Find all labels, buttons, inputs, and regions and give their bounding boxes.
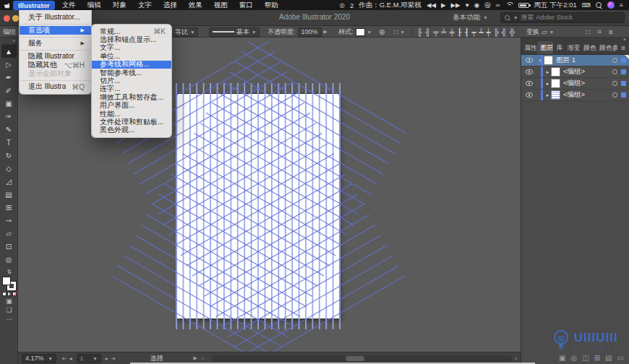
panel-menu-icon[interactable]: ≡ xyxy=(617,44,629,54)
screen-mode-button[interactable]: ❏ xyxy=(6,306,12,314)
pencil-tool[interactable]: ✎ xyxy=(1,123,17,136)
align-icon-0[interactable]: ╟ xyxy=(417,28,422,36)
layer-row-3[interactable]: ▸<编组> xyxy=(521,90,629,101)
layer-name[interactable]: 图层 1 xyxy=(556,56,612,65)
artboard-tool[interactable]: ⊡ xyxy=(1,240,17,253)
tab-图层[interactable]: 图层 xyxy=(537,41,553,54)
app-status-icon[interactable]: ◎ xyxy=(340,2,345,9)
layer-row-0[interactable]: ▾图层 1 xyxy=(521,55,629,66)
zoom-level-dropdown[interactable]: 4.17%▼ xyxy=(22,354,56,363)
scale-tool[interactable]: ◿ xyxy=(1,175,17,188)
app-menu-item-0[interactable]: 关于 Illustrator... xyxy=(20,13,91,22)
transform-button[interactable]: 变换▱▼ xyxy=(526,26,554,38)
tab-颜色参[interactable]: 颜色参 xyxy=(596,41,617,54)
make-mask-icon[interactable]: ◫ xyxy=(582,354,589,362)
prefs-item-12[interactable]: 黑色外观... xyxy=(92,126,171,134)
menu-bar-item-2[interactable]: 对象 xyxy=(107,0,132,11)
shaper-tool[interactable]: ◇ xyxy=(1,162,17,175)
app-menu-title[interactable]: Illustrator xyxy=(13,1,55,10)
visibility-eye-icon[interactable] xyxy=(526,81,533,86)
tab-库[interactable]: 库 xyxy=(553,41,564,54)
artboard[interactable] xyxy=(176,93,340,319)
music-app-icon[interactable]: ◉ xyxy=(474,2,479,9)
locate-object-icon[interactable]: ◎ xyxy=(571,354,578,362)
gradient-tool[interactable]: ▤ xyxy=(1,188,17,201)
curvature-tool[interactable]: ✐ xyxy=(1,84,17,97)
shear-tool[interactable]: ▱ xyxy=(1,227,17,240)
zoom-tool[interactable]: ◎ xyxy=(1,253,17,266)
visibility-eye-icon[interactable] xyxy=(526,92,533,98)
menu-bar-item-0[interactable]: 文件 xyxy=(56,0,82,11)
layer-thumbnail[interactable] xyxy=(551,90,560,100)
delete-layer-icon[interactable]: ▭ xyxy=(617,354,624,362)
eyedropper-tool[interactable]: ⊸ xyxy=(1,214,17,227)
last-artboard-button[interactable]: ⇥ xyxy=(111,355,116,362)
link-app-icon[interactable]: ∞ xyxy=(496,2,500,9)
align-icon-7[interactable]: ┯ xyxy=(472,28,476,36)
expand-chevron-icon[interactable]: ▸ xyxy=(544,92,551,98)
target-circle-icon[interactable] xyxy=(612,69,617,74)
badge-count[interactable]: 2 xyxy=(350,1,354,9)
target-circle-icon[interactable] xyxy=(612,58,617,63)
next-artboard-button[interactable]: ▸ xyxy=(106,355,108,362)
wifi-icon[interactable] xyxy=(505,2,513,8)
pen-tool[interactable]: ✒ xyxy=(1,71,17,84)
menu-bar-item-8[interactable]: 帮助 xyxy=(259,0,284,11)
heart-icon[interactable]: ♥ xyxy=(466,2,469,9)
gradient-button[interactable] xyxy=(7,292,12,296)
play-icon[interactable]: ▶ xyxy=(441,2,446,9)
mesh-tool[interactable]: ⊞ xyxy=(1,201,17,214)
align-icon-10[interactable]: ╠ xyxy=(494,28,499,36)
menu-bar-item-3[interactable]: 文字 xyxy=(132,0,158,11)
stroke-style-dropdown[interactable]: 基本▼ xyxy=(209,26,260,38)
menu-bar-item-1[interactable]: 编辑 xyxy=(82,0,107,11)
input-method-icon[interactable]: ⌨ xyxy=(582,2,591,9)
now-playing[interactable]: 作曲：G.E.M.邓紫棋 xyxy=(359,1,422,10)
rotate-tool[interactable]: ↻ xyxy=(1,149,17,162)
new-layer-icon[interactable]: ▤ xyxy=(605,354,612,362)
app-menu-item-4[interactable]: 服务▶ xyxy=(20,39,91,48)
style-control[interactable]: 样式: ▼ xyxy=(338,26,372,38)
spotlight-icon[interactable] xyxy=(596,2,602,9)
toolbar-collapse-button[interactable]: » xyxy=(0,38,17,45)
selection-indicator[interactable] xyxy=(621,81,626,86)
control-center-icon[interactable]: ≡ xyxy=(620,2,623,9)
align-icon-11[interactable]: ╣ xyxy=(502,28,507,36)
target-circle-icon[interactable] xyxy=(612,92,617,98)
align-icon-1[interactable]: ╢ xyxy=(425,28,430,36)
expand-chevron-icon[interactable]: ▸ xyxy=(544,81,551,87)
previous-artboard-button[interactable]: ◂ xyxy=(69,355,72,362)
apple-menu-icon[interactable] xyxy=(0,1,13,9)
align-icon-6[interactable]: ┨ xyxy=(465,28,469,36)
menu-bar-item-7[interactable]: 窗口 xyxy=(234,0,259,11)
layer-thumbnail[interactable] xyxy=(551,79,560,88)
align-icon-3[interactable]: ╧ xyxy=(441,28,446,36)
app-menu-item-2[interactable]: 首选项▶ xyxy=(20,26,91,35)
artboard-number-dropdown[interactable]: 1▼ xyxy=(77,354,101,363)
align-icon-8[interactable]: ┷ xyxy=(479,28,484,36)
new-sublayer-icon[interactable]: ⊞ xyxy=(594,354,600,362)
align-icon-12[interactable]: ╬ xyxy=(510,28,515,36)
align-icon-4[interactable]: ╪ xyxy=(449,28,454,36)
scrollbar-thumb[interactable] xyxy=(346,356,364,361)
w-app-icon[interactable]: Ⓦ xyxy=(484,2,491,9)
menu-bar-item-4[interactable]: 选择 xyxy=(158,0,183,11)
type-tool[interactable]: T xyxy=(1,136,17,149)
skip-back-icon[interactable]: ◀◀ xyxy=(427,2,436,9)
menu-bar-item-5[interactable]: 效果 xyxy=(183,0,208,11)
visibility-eye-icon[interactable] xyxy=(526,69,533,74)
siri-icon[interactable] xyxy=(607,1,615,9)
first-artboard-button[interactable]: ⇤ xyxy=(62,355,67,362)
selection-indicator[interactable] xyxy=(621,69,626,74)
align-icon-5[interactable]: ┠ xyxy=(457,28,461,36)
skip-forward-icon[interactable]: ▶▶ xyxy=(451,2,461,9)
fill-indicator[interactable] xyxy=(2,277,11,285)
expand-chevron-icon[interactable]: ▸ xyxy=(544,69,551,75)
control-right-icon-2[interactable]: ≡ xyxy=(609,28,613,36)
proportional-dropdown[interactable]: 等比▼ xyxy=(171,26,198,38)
layer-name[interactable]: <编组> xyxy=(563,90,612,100)
paintbrush-tool[interactable]: ✑ xyxy=(1,110,17,123)
tab-属性[interactable]: 属性 xyxy=(521,41,537,54)
layer-thumbnail[interactable] xyxy=(544,56,553,65)
selection-tool[interactable]: ▲ xyxy=(1,45,17,58)
